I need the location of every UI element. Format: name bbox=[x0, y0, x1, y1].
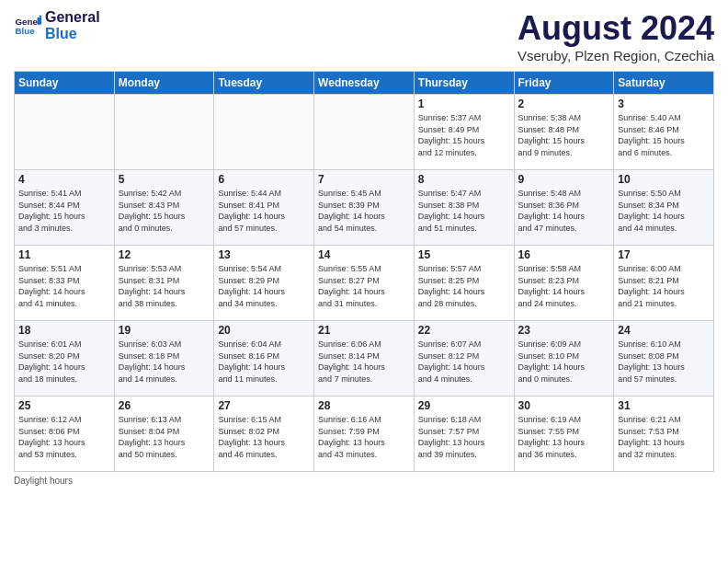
title-block: August 2024 Vseruby, Plzen Region, Czech… bbox=[518, 9, 714, 63]
logo-icon: General Blue bbox=[14, 12, 41, 40]
day-number: 28 bbox=[318, 399, 410, 412]
day-info: Sunrise: 6:01 AM Sunset: 8:20 PM Dayligh… bbox=[18, 339, 110, 385]
day-cell: 3Sunrise: 5:40 AM Sunset: 8:46 PM Daylig… bbox=[614, 95, 714, 170]
weekday-header-row: SundayMondayTuesdayWednesdayThursdayFrid… bbox=[15, 72, 714, 95]
day-cell: 8Sunrise: 5:47 AM Sunset: 8:38 PM Daylig… bbox=[414, 170, 514, 246]
svg-text:Blue: Blue bbox=[16, 26, 36, 36]
day-number: 22 bbox=[418, 324, 510, 337]
day-info: Sunrise: 6:00 AM Sunset: 8:21 PM Dayligh… bbox=[618, 263, 710, 309]
weekday-sunday: Sunday bbox=[15, 72, 115, 95]
day-info: Sunrise: 5:47 AM Sunset: 8:38 PM Dayligh… bbox=[418, 188, 510, 234]
day-number: 27 bbox=[218, 399, 310, 412]
day-number: 1 bbox=[418, 98, 510, 110]
day-number: 18 bbox=[18, 324, 110, 337]
day-cell bbox=[15, 95, 115, 170]
day-cell: 17Sunrise: 6:00 AM Sunset: 8:21 PM Dayli… bbox=[614, 246, 714, 321]
day-number: 19 bbox=[119, 324, 210, 337]
day-cell: 26Sunrise: 6:13 AM Sunset: 8:04 PM Dayli… bbox=[114, 396, 214, 472]
month-title: August 2024 bbox=[518, 9, 714, 48]
day-number: 5 bbox=[119, 173, 210, 186]
day-info: Sunrise: 6:06 AM Sunset: 8:14 PM Dayligh… bbox=[318, 339, 410, 385]
day-number: 14 bbox=[318, 248, 410, 261]
day-cell: 23Sunrise: 6:09 AM Sunset: 8:10 PM Dayli… bbox=[514, 321, 614, 396]
day-cell: 24Sunrise: 6:10 AM Sunset: 8:08 PM Dayli… bbox=[614, 321, 714, 396]
week-row-3: 11Sunrise: 5:51 AM Sunset: 8:33 PM Dayli… bbox=[15, 246, 714, 321]
day-cell: 2Sunrise: 5:38 AM Sunset: 8:48 PM Daylig… bbox=[514, 95, 614, 170]
day-cell: 19Sunrise: 6:03 AM Sunset: 8:18 PM Dayli… bbox=[114, 321, 214, 396]
day-number: 21 bbox=[318, 324, 410, 337]
day-cell: 28Sunrise: 6:16 AM Sunset: 7:59 PM Dayli… bbox=[314, 396, 415, 472]
day-cell: 30Sunrise: 6:19 AM Sunset: 7:55 PM Dayli… bbox=[514, 396, 614, 472]
day-cell: 9Sunrise: 5:48 AM Sunset: 8:36 PM Daylig… bbox=[514, 170, 614, 246]
weekday-thursday: Thursday bbox=[414, 72, 514, 95]
day-number: 4 bbox=[18, 173, 110, 186]
day-info: Sunrise: 5:41 AM Sunset: 8:44 PM Dayligh… bbox=[18, 188, 110, 234]
location: Vseruby, Plzen Region, Czechia bbox=[518, 48, 714, 63]
day-info: Sunrise: 6:18 AM Sunset: 7:57 PM Dayligh… bbox=[418, 414, 510, 460]
day-info: Sunrise: 6:03 AM Sunset: 8:18 PM Dayligh… bbox=[119, 339, 210, 385]
day-info: Sunrise: 5:48 AM Sunset: 8:36 PM Dayligh… bbox=[518, 188, 610, 234]
week-row-5: 25Sunrise: 6:12 AM Sunset: 8:06 PM Dayli… bbox=[15, 396, 714, 472]
day-info: Sunrise: 6:19 AM Sunset: 7:55 PM Dayligh… bbox=[518, 414, 610, 460]
day-cell: 4Sunrise: 5:41 AM Sunset: 8:44 PM Daylig… bbox=[15, 170, 115, 246]
day-number: 30 bbox=[518, 399, 610, 412]
day-cell bbox=[214, 95, 314, 170]
day-info: Sunrise: 5:58 AM Sunset: 8:23 PM Dayligh… bbox=[518, 263, 610, 309]
day-info: Sunrise: 5:44 AM Sunset: 8:41 PM Dayligh… bbox=[218, 188, 310, 234]
logo-blue: Blue bbox=[45, 26, 100, 42]
day-number: 9 bbox=[518, 173, 610, 186]
day-info: Sunrise: 5:53 AM Sunset: 8:31 PM Dayligh… bbox=[119, 263, 210, 309]
day-info: Sunrise: 6:07 AM Sunset: 8:12 PM Dayligh… bbox=[418, 339, 510, 385]
day-number: 7 bbox=[318, 173, 410, 186]
day-info: Sunrise: 6:16 AM Sunset: 7:59 PM Dayligh… bbox=[318, 414, 410, 460]
day-cell: 7Sunrise: 5:45 AM Sunset: 8:39 PM Daylig… bbox=[314, 170, 415, 246]
day-info: Sunrise: 5:55 AM Sunset: 8:27 PM Dayligh… bbox=[318, 263, 410, 309]
day-cell: 10Sunrise: 5:50 AM Sunset: 8:34 PM Dayli… bbox=[614, 170, 714, 246]
day-number: 11 bbox=[18, 248, 110, 261]
day-info: Sunrise: 5:50 AM Sunset: 8:34 PM Dayligh… bbox=[618, 188, 710, 234]
weekday-wednesday: Wednesday bbox=[314, 72, 415, 95]
weekday-tuesday: Tuesday bbox=[214, 72, 314, 95]
day-number: 26 bbox=[119, 399, 210, 412]
day-info: Sunrise: 5:37 AM Sunset: 8:49 PM Dayligh… bbox=[418, 112, 510, 158]
week-row-2: 4Sunrise: 5:41 AM Sunset: 8:44 PM Daylig… bbox=[15, 170, 714, 246]
day-number: 10 bbox=[618, 173, 710, 186]
footer-note: Daylight hours bbox=[14, 476, 714, 486]
page: General Blue General Blue August 2024 Vs… bbox=[0, 0, 728, 563]
day-cell: 29Sunrise: 6:18 AM Sunset: 7:57 PM Dayli… bbox=[414, 396, 514, 472]
day-info: Sunrise: 6:12 AM Sunset: 8:06 PM Dayligh… bbox=[18, 414, 110, 460]
day-cell: 27Sunrise: 6:15 AM Sunset: 8:02 PM Dayli… bbox=[214, 396, 314, 472]
day-cell: 21Sunrise: 6:06 AM Sunset: 8:14 PM Dayli… bbox=[314, 321, 415, 396]
day-cell: 16Sunrise: 5:58 AM Sunset: 8:23 PM Dayli… bbox=[514, 246, 614, 321]
day-cell: 14Sunrise: 5:55 AM Sunset: 8:27 PM Dayli… bbox=[314, 246, 415, 321]
logo: General Blue General Blue bbox=[14, 9, 100, 41]
day-number: 20 bbox=[218, 324, 310, 337]
day-info: Sunrise: 5:40 AM Sunset: 8:46 PM Dayligh… bbox=[618, 112, 710, 158]
day-number: 8 bbox=[418, 173, 510, 186]
day-info: Sunrise: 5:51 AM Sunset: 8:33 PM Dayligh… bbox=[18, 263, 110, 309]
day-number: 3 bbox=[618, 98, 710, 110]
day-info: Sunrise: 5:38 AM Sunset: 8:48 PM Dayligh… bbox=[518, 112, 610, 158]
header: General Blue General Blue August 2024 Vs… bbox=[14, 9, 714, 63]
day-info: Sunrise: 5:57 AM Sunset: 8:25 PM Dayligh… bbox=[418, 263, 510, 309]
calendar-table: SundayMondayTuesdayWednesdayThursdayFrid… bbox=[14, 71, 714, 472]
day-number: 15 bbox=[418, 248, 510, 261]
weekday-saturday: Saturday bbox=[614, 72, 714, 95]
day-cell: 13Sunrise: 5:54 AM Sunset: 8:29 PM Dayli… bbox=[214, 246, 314, 321]
day-cell: 12Sunrise: 5:53 AM Sunset: 8:31 PM Dayli… bbox=[114, 246, 214, 321]
day-cell: 1Sunrise: 5:37 AM Sunset: 8:49 PM Daylig… bbox=[414, 95, 514, 170]
day-cell: 6Sunrise: 5:44 AM Sunset: 8:41 PM Daylig… bbox=[214, 170, 314, 246]
day-cell: 18Sunrise: 6:01 AM Sunset: 8:20 PM Dayli… bbox=[15, 321, 115, 396]
svg-marker-3 bbox=[38, 17, 42, 25]
day-info: Sunrise: 5:54 AM Sunset: 8:29 PM Dayligh… bbox=[218, 263, 310, 309]
day-number: 2 bbox=[518, 98, 610, 110]
day-info: Sunrise: 6:21 AM Sunset: 7:53 PM Dayligh… bbox=[618, 414, 710, 460]
day-info: Sunrise: 6:13 AM Sunset: 8:04 PM Dayligh… bbox=[119, 414, 210, 460]
week-row-1: 1Sunrise: 5:37 AM Sunset: 8:49 PM Daylig… bbox=[15, 95, 714, 170]
day-cell: 25Sunrise: 6:12 AM Sunset: 8:06 PM Dayli… bbox=[15, 396, 115, 472]
week-row-4: 18Sunrise: 6:01 AM Sunset: 8:20 PM Dayli… bbox=[15, 321, 714, 396]
day-info: Sunrise: 6:10 AM Sunset: 8:08 PM Dayligh… bbox=[618, 339, 710, 385]
weekday-monday: Monday bbox=[114, 72, 214, 95]
day-number: 16 bbox=[518, 248, 610, 261]
day-number: 24 bbox=[618, 324, 710, 337]
